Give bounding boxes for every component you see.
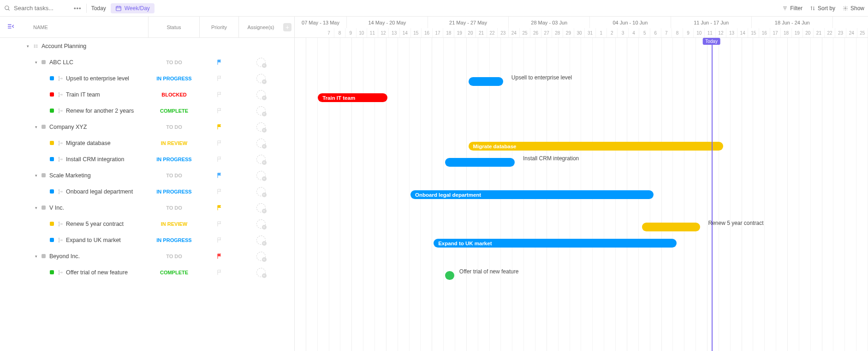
assignee-placeholder-icon[interactable] xyxy=(256,58,266,67)
gantt-bar[interactable]: Expand to UK market xyxy=(434,239,677,248)
assignee-placeholder-icon[interactable] xyxy=(256,74,266,83)
task-row[interactable]: Renew 5 year contractIN REVIEW xyxy=(0,216,294,232)
group-row[interactable]: ▾Account Planning xyxy=(0,38,294,54)
filter-button[interactable]: Filter xyxy=(782,5,803,12)
caret-icon[interactable]: ▾ xyxy=(35,206,40,210)
status-cell[interactable]: TO DO xyxy=(149,60,200,65)
priority-cell[interactable] xyxy=(200,188,239,195)
priority-cell[interactable] xyxy=(200,156,239,163)
gantt-bar[interactable]: Train IT team xyxy=(318,93,387,102)
group-row[interactable]: ▾Scale MarketingTO DO xyxy=(0,167,294,183)
view-selector[interactable]: Week/Day xyxy=(111,3,155,13)
assignee-cell[interactable] xyxy=(239,187,283,196)
status-cell[interactable]: TO DO xyxy=(149,254,200,259)
task-row[interactable]: Train IT teamBLOCKED xyxy=(0,86,294,103)
assignee-placeholder-icon[interactable] xyxy=(256,203,266,212)
assignee-placeholder-icon[interactable] xyxy=(256,155,266,164)
gantt-bar[interactable] xyxy=(642,223,700,231)
collapse-sidebar-button[interactable] xyxy=(6,22,15,30)
gantt-bar[interactable] xyxy=(445,271,454,280)
priority-cell[interactable] xyxy=(200,140,239,146)
assignee-cell[interactable] xyxy=(239,236,283,245)
assignee-cell[interactable] xyxy=(239,122,283,132)
caret-icon[interactable]: ▾ xyxy=(35,173,40,178)
assignee-cell[interactable] xyxy=(239,58,283,67)
group-row[interactable]: ▾ABC LLCTO DO xyxy=(0,54,294,70)
assignee-placeholder-icon[interactable] xyxy=(256,219,266,229)
status-cell[interactable]: TO DO xyxy=(149,173,200,178)
gantt-bar[interactable] xyxy=(469,77,503,86)
search-input[interactable] xyxy=(14,5,69,12)
status-cell[interactable]: IN REVIEW xyxy=(149,140,200,146)
assignee-placeholder-icon[interactable] xyxy=(256,268,266,277)
task-row[interactable]: Upsell to enterprise levelIN PROGRESS xyxy=(0,70,294,86)
column-header-assignee[interactable]: Assignee(s) xyxy=(239,17,283,37)
assignee-placeholder-icon[interactable] xyxy=(256,171,266,180)
group-row[interactable]: ▾Company XYZTO DO xyxy=(0,119,294,135)
status-cell[interactable]: IN PROGRESS xyxy=(149,76,200,81)
assignee-cell[interactable] xyxy=(239,252,283,261)
assignee-cell[interactable] xyxy=(239,203,283,212)
add-column-button[interactable]: + xyxy=(283,23,291,31)
status-cell[interactable]: COMPLETE xyxy=(149,270,200,275)
group-row[interactable]: ▾Beyond Inc.TO DO xyxy=(0,248,294,264)
gantt-body[interactable]: Upsell to enterprise levelTrain IT teamM… xyxy=(295,38,868,351)
status-cell[interactable]: TO DO xyxy=(149,205,200,211)
priority-cell[interactable] xyxy=(200,108,239,114)
caret-icon[interactable]: ▾ xyxy=(35,60,40,65)
priority-cell[interactable] xyxy=(200,59,239,66)
search-box[interactable] xyxy=(4,5,69,12)
assignee-cell[interactable] xyxy=(239,90,283,99)
assignee-cell[interactable] xyxy=(239,268,283,277)
status-cell[interactable]: BLOCKED xyxy=(149,92,200,97)
status-cell[interactable]: IN REVIEW xyxy=(149,221,200,227)
assignee-placeholder-icon[interactable] xyxy=(256,122,266,132)
priority-cell[interactable] xyxy=(200,172,239,179)
task-row[interactable]: Renew for another 2 yearsCOMPLETE xyxy=(0,103,294,119)
column-header-status[interactable]: Status xyxy=(149,17,200,37)
task-row[interactable]: Offer trial of new featureCOMPLETE xyxy=(0,264,294,280)
assignee-placeholder-icon[interactable] xyxy=(256,252,266,261)
group-row[interactable]: ▾V Inc.TO DO xyxy=(0,200,294,216)
assignee-placeholder-icon[interactable] xyxy=(256,236,266,245)
task-row[interactable]: Install CRM integrationIN PROGRESS xyxy=(0,151,294,167)
priority-cell[interactable] xyxy=(200,253,239,260)
status-cell[interactable]: IN PROGRESS xyxy=(149,189,200,194)
show-button[interactable]: Show xyxy=(843,5,864,12)
assignee-placeholder-icon[interactable] xyxy=(256,139,266,148)
assignee-placeholder-icon[interactable] xyxy=(256,106,266,115)
priority-cell[interactable] xyxy=(200,237,239,243)
caret-icon[interactable]: ▾ xyxy=(35,125,40,129)
status-cell[interactable]: IN PROGRESS xyxy=(149,237,200,243)
priority-cell[interactable] xyxy=(200,221,239,227)
assignee-cell[interactable] xyxy=(239,74,283,83)
assignee-cell[interactable] xyxy=(239,106,283,115)
today-button[interactable]: Today xyxy=(91,5,106,12)
sortby-button[interactable]: Sort by xyxy=(810,5,835,12)
gantt-bar[interactable]: Onboard legal department xyxy=(410,190,654,199)
assignee-cell[interactable] xyxy=(239,219,283,229)
priority-cell[interactable] xyxy=(200,75,239,82)
priority-cell[interactable] xyxy=(200,91,239,98)
task-row[interactable]: Expand to UK marketIN PROGRESS xyxy=(0,232,294,248)
status-cell[interactable]: COMPLETE xyxy=(149,108,200,114)
gantt-bar[interactable] xyxy=(445,158,515,167)
column-header-priority[interactable]: Priority xyxy=(200,17,239,37)
column-header-name[interactable]: NAME xyxy=(0,17,149,37)
caret-icon[interactable]: ▾ xyxy=(35,254,40,259)
priority-cell[interactable] xyxy=(200,124,239,130)
priority-cell[interactable] xyxy=(200,269,239,276)
assignee-placeholder-icon[interactable] xyxy=(256,90,266,99)
assignee-cell[interactable] xyxy=(239,139,283,148)
assignee-placeholder-icon[interactable] xyxy=(256,187,266,196)
assignee-cell[interactable] xyxy=(239,171,283,180)
assignee-cell[interactable] xyxy=(239,155,283,164)
gantt-bar[interactable]: Migrate database xyxy=(469,142,723,151)
priority-cell[interactable] xyxy=(200,205,239,211)
caret-icon[interactable]: ▾ xyxy=(27,44,31,48)
more-options-button[interactable]: ••• xyxy=(74,5,82,12)
task-row[interactable]: Migrate databaseIN REVIEW xyxy=(0,135,294,151)
status-cell[interactable]: TO DO xyxy=(149,124,200,130)
task-row[interactable]: Onboard legal departmentIN PROGRESS xyxy=(0,183,294,200)
status-cell[interactable]: IN PROGRESS xyxy=(149,157,200,162)
